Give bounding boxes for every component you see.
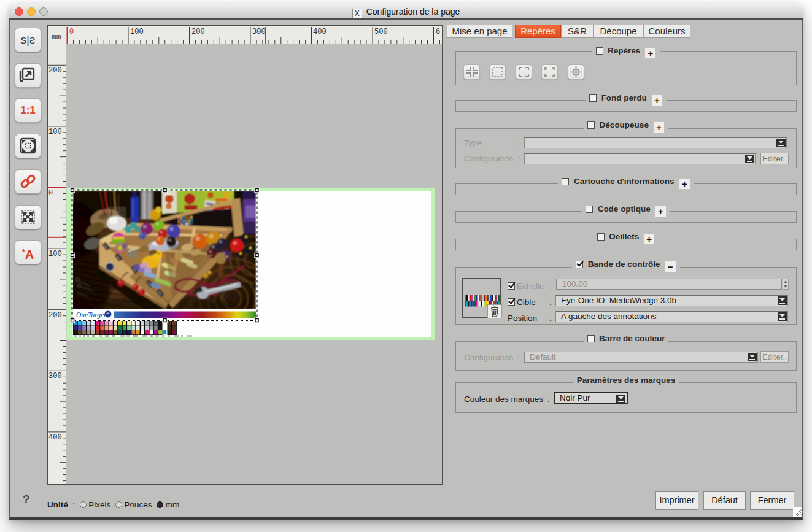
svg-text:0: 0	[69, 28, 74, 36]
svg-text:0: 0	[48, 189, 53, 198]
svg-text:100: 100	[130, 28, 144, 36]
svg-text:200: 200	[48, 66, 62, 75]
svg-text:400: 400	[313, 28, 327, 36]
svg-text:300: 300	[48, 372, 62, 380]
svg-text:100: 100	[48, 250, 62, 258]
svg-text:100: 100	[48, 128, 62, 136]
svg-text:200: 200	[48, 311, 62, 320]
svg-text:mm: mm	[52, 33, 61, 42]
svg-text:6: 6	[436, 28, 440, 36]
svg-text:500: 500	[374, 28, 388, 36]
svg-text:300: 300	[252, 28, 266, 36]
svg-text:OneTarget: OneTarget	[76, 311, 106, 319]
svg-text:400: 400	[48, 433, 62, 442]
svg-text:200: 200	[191, 28, 205, 36]
